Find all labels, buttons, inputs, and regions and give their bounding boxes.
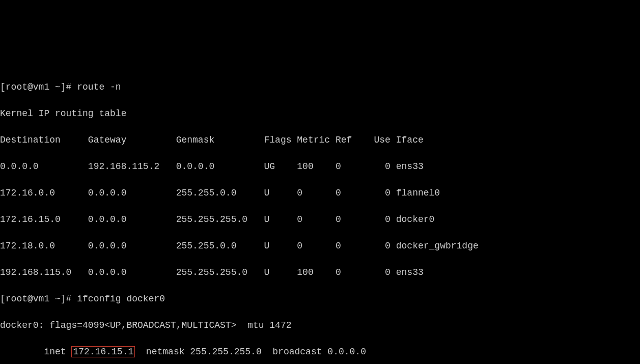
- route-header: Destination Gateway Genmask Flags Metric…: [0, 133, 640, 147]
- command: route -n: [77, 82, 121, 92]
- route-title: Kernel IP routing table: [0, 107, 640, 120]
- command: ifconfig docker0: [77, 294, 165, 304]
- ifconfig-line: docker0: flags=4099<UP,BROADCAST,MULTICA…: [0, 319, 640, 332]
- route-row: 172.18.0.0 0.0.0.0 255.255.0.0 U 0 0 0 d…: [0, 239, 640, 253]
- text: inet: [0, 347, 71, 357]
- ifconfig-line: inet 172.16.15.1 netmask 255.255.255.0 b…: [0, 345, 640, 358]
- route-row: 172.16.15.0 0.0.0.0 255.255.255.0 U 0 0 …: [0, 213, 640, 226]
- text: netmask 255.255.255.0 broadcast 0.0.0.0: [135, 347, 366, 357]
- command-line: [root@vm1 ~]# ifconfig docker0: [0, 292, 640, 305]
- route-row: 172.16.0.0 0.0.0.0 255.255.0.0 U 0 0 0 f…: [0, 186, 640, 200]
- route-row: 192.168.115.0 0.0.0.0 255.255.255.0 U 10…: [0, 266, 640, 279]
- prompt: [root@vm1 ~]#: [0, 294, 77, 304]
- prompt: [root@vm1 ~]#: [0, 82, 77, 92]
- route-row: 0.0.0.0 192.168.115.2 0.0.0.0 UG 100 0 0…: [0, 160, 640, 173]
- terminal[interactable]: [root@vm1 ~]# route -n Kernel IP routing…: [0, 66, 640, 364]
- command-line: [root@vm1 ~]# route -n: [0, 80, 640, 94]
- highlighted-ip: 172.16.15.1: [71, 346, 135, 357]
